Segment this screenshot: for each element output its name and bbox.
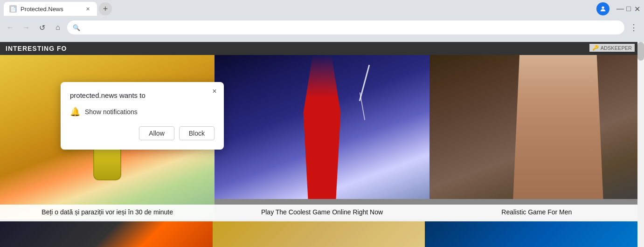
address-bar-row: ← → ↺ ⌂ 🔍 ⋮ (0, 18, 644, 37)
scrollbar[interactable] (637, 42, 644, 247)
bottom-card-row (0, 221, 637, 247)
card-underwater[interactable] (425, 221, 637, 247)
block-button[interactable]: Block (179, 126, 215, 140)
tab-close-button[interactable]: ✕ (84, 5, 91, 13)
tab-favicon: 📄 (9, 5, 17, 13)
close-button[interactable]: ✕ (634, 6, 640, 12)
ads-keeper-badge: 🔑 ADSKEEPER (589, 44, 635, 52)
forward-button[interactable]: → (20, 21, 33, 34)
title-bar: 📄 Protected.News ✕ + — □ ✕ (0, 0, 644, 18)
window-controls: — □ ✕ (596, 2, 640, 15)
new-tab-button[interactable]: + (99, 2, 112, 15)
address-bar[interactable]: 🔍 (67, 21, 624, 34)
card-game1-caption: Play The Coolest Game Online Right Now (215, 205, 429, 220)
svg-point-0 (602, 7, 604, 9)
browser-tab[interactable]: 📄 Protected.News ✕ (4, 2, 97, 16)
ads-keeper-label: ADSKEEPER (601, 45, 632, 51)
browser-chrome: 📄 Protected.News ✕ + — □ ✕ ← → ↺ ⌂ 🔍 (0, 0, 644, 42)
minimize-button[interactable]: — (617, 6, 623, 12)
key-icon: 🔑 (592, 45, 599, 51)
page-header: INTERESTING FO (0, 42, 644, 55)
card-food-caption: Beți o dată și paraziții vor ieși în 30 … (0, 205, 215, 220)
card-game2-text: Realistic Game For Men (501, 208, 572, 216)
search-icon: 🔍 (73, 24, 80, 31)
card-food-text: Beți o dată și paraziții vor ieși în 30 … (42, 208, 173, 216)
main-content: INTERESTING FO 🔑 ADSKEEPER Beți o dată ș… (0, 42, 644, 247)
card-game1-text: Play The Coolest Game Online Right Now (261, 208, 383, 216)
scrollbar-thumb[interactable] (637, 42, 644, 61)
popup-close-button[interactable]: × (210, 87, 219, 96)
profile-icon[interactable] (596, 2, 609, 15)
tab-title: Protected.News (21, 6, 63, 13)
back-button[interactable]: ← (4, 21, 17, 34)
card-redhead[interactable] (213, 221, 425, 247)
home-button[interactable]: ⌂ (51, 21, 64, 34)
card-game2-caption: Realistic Game For Men (429, 205, 644, 220)
popup-buttons: Allow Block (70, 126, 215, 140)
popup-title: protected.news wants to (70, 91, 215, 99)
card-game2[interactable]: Realistic Game For Men (429, 55, 644, 220)
popup-permission-row: 🔔 Show notifications (70, 107, 215, 117)
browser-menu-button[interactable]: ⋮ (627, 21, 640, 34)
card-game1[interactable]: Play The Coolest Game Online Right Now (215, 55, 429, 220)
bell-icon: 🔔 (70, 107, 80, 117)
allow-button[interactable]: Allow (139, 126, 174, 140)
header-text: INTERESTING FO (6, 45, 67, 52)
notification-popup: × protected.news wants to 🔔 Show notific… (61, 82, 224, 150)
maximize-button[interactable]: □ (625, 6, 632, 12)
reload-button[interactable]: ↺ (35, 21, 48, 34)
permission-text: Show notifications (85, 108, 138, 116)
card-fire[interactable] (0, 221, 213, 247)
